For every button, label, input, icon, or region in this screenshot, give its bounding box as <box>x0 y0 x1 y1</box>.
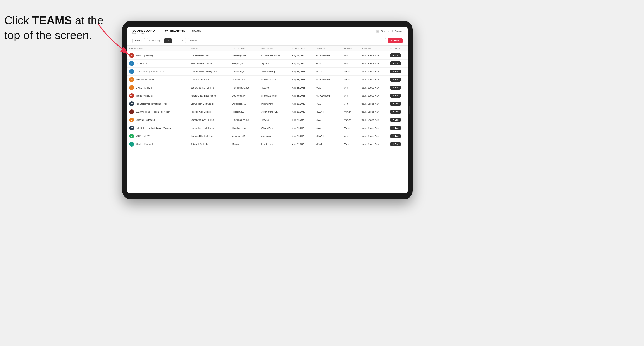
cell-venue: Lake Bracken Country Club <box>188 68 230 76</box>
event-name-text: 2023 Women's Hesston Fall Kickoff <box>136 111 170 113</box>
tablet-screen: SCOREBOARD Powered by clippt TOURNAMENTS… <box>127 27 408 193</box>
user-name: Test User <box>381 30 390 32</box>
cell-actions: ✏ Edit <box>388 132 408 140</box>
edit-button[interactable]: ✏ Edit <box>390 61 401 65</box>
search-input[interactable] <box>188 38 386 43</box>
cell-scoring: team, Stroke Play <box>359 108 388 116</box>
instruction-line1: Click TEAMS at the <box>4 14 104 27</box>
table-row: M MSMC Qualifying 1 The Powelton Club Ne… <box>127 51 408 59</box>
nav-right: ⚙ Test User | Sign out <box>376 30 402 33</box>
cell-venue: Ruttger's Bay Lake Resort <box>188 92 230 100</box>
edit-button[interactable]: ✏ Edit <box>390 94 401 98</box>
table-row: W Fall Statesmen Invitational - Men Edmu… <box>127 100 408 108</box>
col-scoring: SCORING <box>359 46 388 51</box>
nav-tabs: TOURNAMENTS TEAMS <box>162 27 376 36</box>
table-row: Mo Morris Invitational Ruttger's Bay Lak… <box>127 92 408 100</box>
filter-icon-button[interactable]: ☰ Filter <box>174 38 186 43</box>
edit-button[interactable]: ✏ Edit <box>390 134 401 138</box>
cell-scoring: team, Stroke Play <box>359 140 388 148</box>
table-body: M MSMC Qualifying 1 The Powelton Club Ne… <box>127 51 408 148</box>
cell-event-name: W Fall Statesmen Invitational - Women <box>127 124 188 132</box>
edit-button[interactable]: ✏ Edit <box>390 118 401 122</box>
cell-date: Aug 28, 2023 <box>290 108 314 116</box>
table-header-row: EVENT NAME VENUE CITY, STATE HOSTED BY S… <box>127 46 408 51</box>
cell-gender: Women <box>342 76 359 84</box>
cell-date: Aug 25, 2023 <box>290 59 314 68</box>
cell-division: NICAA I <box>313 59 341 68</box>
col-event-name: EVENT NAME <box>127 46 188 51</box>
cell-venue: StoneCrest Golf Course <box>188 84 230 92</box>
event-name-text: Highland 36 <box>136 62 147 65</box>
edit-button[interactable]: ✏ Edit <box>390 78 401 82</box>
cell-city: Faribault, MN <box>230 76 258 84</box>
cell-venue: Cypress Hills Golf Club <box>188 132 230 140</box>
sign-out-link[interactable]: Sign out <box>394 30 402 32</box>
cell-city: Newburgh, NY <box>230 51 258 59</box>
cell-division: NAIA <box>313 84 341 92</box>
cell-event-name: M Maverick Invitational <box>127 76 188 84</box>
filter-competing-button[interactable]: Competing <box>147 38 162 43</box>
cell-actions: ✏ Edit <box>388 59 408 68</box>
edit-button[interactable]: ✏ Edit <box>390 86 401 90</box>
cell-gender: Women <box>342 68 359 76</box>
cell-actions: ✏ Edit <box>388 68 408 76</box>
team-logo: W <box>129 101 134 106</box>
edit-button[interactable]: ✏ Edit <box>390 110 401 114</box>
instruction-text: Click TEAMS at the top of the screen. <box>4 13 104 42</box>
filter-hosting-button[interactable]: Hosting <box>132 38 145 43</box>
team-logo: Mo <box>129 93 134 98</box>
team-logo: H <box>129 61 134 66</box>
cell-city: Hesston, KS <box>230 108 258 116</box>
nav-separator: | <box>392 30 393 32</box>
cell-date: Aug 28, 2023 <box>290 116 314 124</box>
cell-city: Marion, IL <box>230 140 258 148</box>
cell-event-name: Mo Morris Invitational <box>127 92 188 100</box>
event-name-text: Klash at Kokopelli <box>136 143 153 146</box>
cell-event-name: K Klash at Kokopelli <box>127 140 188 148</box>
tab-teams[interactable]: TEAMS <box>188 27 204 36</box>
create-button[interactable]: + Create <box>388 38 402 43</box>
edit-button[interactable]: ✏ Edit <box>390 126 401 130</box>
table-row: U UPIKE Fall Invite StoneCrest Golf Cour… <box>127 84 408 92</box>
cell-hosted: Murray State (OK) <box>258 108 290 116</box>
cell-division: NCAA Division III <box>313 92 341 100</box>
cell-scoring: team, Stroke Play <box>359 92 388 100</box>
cell-gender: Men <box>342 92 359 100</box>
team-logo: M <box>129 77 134 82</box>
team-logo: K <box>129 142 134 147</box>
table-row: U upike fall invitational StoneCrest Gol… <box>127 116 408 124</box>
cell-date: Aug 28, 2023 <box>290 100 314 108</box>
col-start-date: START DATE <box>290 46 314 51</box>
cell-venue: Edmundson Golf Course <box>188 124 230 132</box>
cell-date: Aug 24, 2023 <box>290 51 314 59</box>
edit-button[interactable]: ✏ Edit <box>390 70 401 73</box>
cell-hosted: Minnesota State <box>258 76 290 84</box>
cell-city: Galesburg, IL <box>230 68 258 76</box>
top-nav: SCOREBOARD Powered by clippt TOURNAMENTS… <box>127 27 408 36</box>
cell-venue: The Powelton Club <box>188 51 230 59</box>
cell-scoring: team, Stroke Play <box>359 84 388 92</box>
table-row: H Highland 36 Park Hills Golf Course Fre… <box>127 59 408 68</box>
cell-scoring: team, Stroke Play <box>359 124 388 132</box>
cell-event-name: M MSMC Qualifying 1 <box>127 51 188 59</box>
cell-scoring: team, Stroke Play <box>359 68 388 76</box>
edit-button[interactable]: ✏ Edit <box>390 142 401 146</box>
gear-icon[interactable]: ⚙ <box>376 30 380 33</box>
col-actions: ACTIONS <box>388 46 408 51</box>
event-name-text: UPIKE Fall Invite <box>136 87 152 89</box>
cell-hosted: John A Logan <box>258 140 290 148</box>
cell-gender: Men <box>342 100 359 108</box>
edit-button[interactable]: ✏ Edit <box>390 102 401 106</box>
filter-all-button[interactable]: All <box>164 38 172 43</box>
cell-gender: Women <box>342 124 359 132</box>
cell-city: Oskaloosa, IA <box>230 100 258 108</box>
cell-date: Aug 28, 2023 <box>290 124 314 132</box>
cell-event-name: S 2023 Women's Hesston Fall Kickoff <box>127 108 188 116</box>
tournaments-table: EVENT NAME VENUE CITY, STATE HOSTED BY S… <box>127 46 408 148</box>
cell-city: Deerwood, MN <box>230 92 258 100</box>
tab-tournaments[interactable]: TOURNAMENTS <box>162 27 188 36</box>
edit-button[interactable]: ✏ Edit <box>390 53 401 57</box>
cell-city: Freeport, IL <box>230 59 258 68</box>
instruction-line2: top of the screen. <box>4 29 92 41</box>
cell-event-name: U upike fall invitational <box>127 116 188 124</box>
